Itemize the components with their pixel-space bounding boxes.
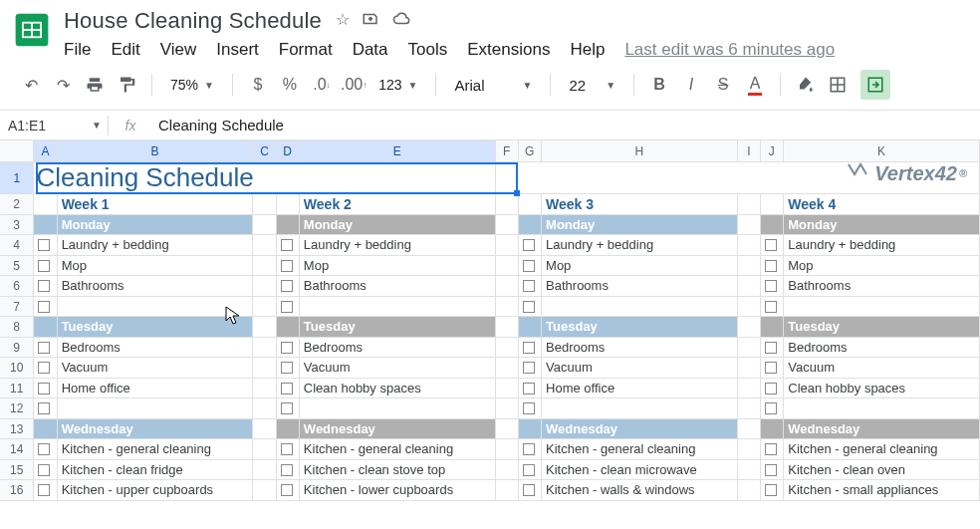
- cell[interactable]: [253, 379, 276, 399]
- row-header[interactable]: 9: [0, 338, 34, 359]
- row-header[interactable]: 14: [0, 439, 34, 460]
- cell[interactable]: [761, 358, 784, 379]
- cell[interactable]: [34, 317, 57, 338]
- checkbox[interactable]: [765, 362, 777, 374]
- italic-button[interactable]: I: [678, 72, 704, 98]
- cell[interactable]: [761, 317, 784, 338]
- cell[interactable]: [496, 460, 519, 481]
- cell[interactable]: [761, 379, 784, 399]
- checkbox[interactable]: [38, 464, 50, 476]
- checkbox[interactable]: [38, 301, 50, 313]
- row-header[interactable]: 16: [0, 480, 34, 501]
- cell[interactable]: [34, 358, 57, 379]
- cell[interactable]: [496, 419, 519, 440]
- checkbox[interactable]: [523, 362, 535, 374]
- checkbox[interactable]: [765, 342, 777, 354]
- task-cell[interactable]: Bedrooms: [784, 338, 980, 359]
- undo-button[interactable]: ↶: [18, 72, 44, 98]
- col-header[interactable]: C: [254, 140, 277, 161]
- last-edit-link[interactable]: Last edit was 6 minutes ago: [624, 40, 835, 60]
- cell[interactable]: [253, 235, 276, 256]
- cell[interactable]: [738, 379, 761, 399]
- cell[interactable]: [277, 358, 300, 379]
- menu-file[interactable]: File: [64, 40, 91, 60]
- cell[interactable]: [761, 338, 784, 359]
- cell[interactable]: [738, 194, 761, 215]
- col-header[interactable]: E: [300, 140, 496, 161]
- cell[interactable]: [738, 398, 761, 419]
- menu-help[interactable]: Help: [570, 40, 605, 60]
- checkbox[interactable]: [281, 280, 293, 292]
- col-header[interactable]: D: [277, 140, 300, 161]
- row-header[interactable]: 12: [0, 398, 34, 419]
- checkbox[interactable]: [523, 383, 535, 395]
- checkbox[interactable]: [523, 484, 535, 496]
- cell[interactable]: [738, 460, 761, 481]
- increase-decimals-button[interactable]: .00↑: [341, 72, 367, 98]
- strike-button[interactable]: S: [710, 72, 736, 98]
- cell[interactable]: [277, 317, 300, 338]
- task-cell[interactable]: Laundry + bedding: [542, 235, 738, 256]
- doc-title[interactable]: House Cleaning Schedule: [64, 8, 322, 34]
- task-cell[interactable]: Home office: [58, 379, 254, 399]
- checkbox[interactable]: [765, 260, 777, 272]
- borders-button[interactable]: [825, 72, 851, 98]
- cell[interactable]: [761, 297, 784, 318]
- cell[interactable]: [277, 379, 300, 399]
- cell[interactable]: [761, 215, 784, 236]
- checkbox[interactable]: [38, 383, 50, 395]
- row-header[interactable]: 11: [0, 379, 34, 399]
- cell[interactable]: [277, 215, 300, 236]
- cell[interactable]: [277, 194, 300, 215]
- week-label[interactable]: Week 2: [300, 194, 496, 215]
- week-label[interactable]: Week 3: [542, 194, 738, 215]
- cell[interactable]: [34, 398, 57, 419]
- cell[interactable]: [519, 439, 542, 460]
- task-cell[interactable]: [542, 398, 738, 419]
- cell[interactable]: [738, 276, 761, 297]
- cell[interactable]: [738, 480, 761, 501]
- col-header[interactable]: A: [34, 140, 57, 161]
- cell[interactable]: [277, 276, 300, 297]
- cell[interactable]: [34, 276, 57, 297]
- cell[interactable]: [519, 194, 542, 215]
- col-header[interactable]: B: [57, 140, 253, 161]
- checkbox[interactable]: [38, 239, 50, 251]
- cell[interactable]: [519, 297, 542, 318]
- cell[interactable]: [496, 358, 519, 379]
- cell[interactable]: [519, 276, 542, 297]
- cell[interactable]: [738, 439, 761, 460]
- print-button[interactable]: [82, 72, 108, 98]
- col-header[interactable]: H: [542, 140, 738, 161]
- menu-format[interactable]: Format: [279, 40, 333, 60]
- menu-insert[interactable]: Insert: [216, 40, 259, 60]
- cell[interactable]: [519, 235, 542, 256]
- cell[interactable]: [277, 460, 300, 481]
- cell[interactable]: [738, 317, 761, 338]
- task-cell[interactable]: Kitchen - clean stove top: [300, 460, 496, 481]
- cell[interactable]: [496, 235, 519, 256]
- currency-button[interactable]: $: [245, 72, 271, 98]
- row-header[interactable]: 2: [0, 194, 34, 215]
- task-cell[interactable]: Laundry + bedding: [784, 235, 980, 256]
- cell[interactable]: [519, 338, 542, 359]
- checkbox[interactable]: [765, 383, 777, 395]
- cell[interactable]: [761, 256, 784, 277]
- day-header[interactable]: Tuesday: [542, 317, 738, 338]
- task-cell[interactable]: Kitchen - general cleaning: [300, 439, 496, 460]
- task-cell[interactable]: Laundry + bedding: [58, 235, 254, 256]
- cell[interactable]: [761, 398, 784, 419]
- task-cell[interactable]: [58, 297, 254, 318]
- day-header[interactable]: Monday: [784, 215, 980, 236]
- cell[interactable]: [496, 256, 519, 277]
- row-header[interactable]: 3: [0, 215, 34, 236]
- sheets-logo[interactable]: [10, 8, 54, 52]
- row-header[interactable]: 15: [0, 460, 34, 481]
- cell[interactable]: [761, 460, 784, 481]
- cell[interactable]: [253, 215, 276, 236]
- checkbox[interactable]: [38, 484, 50, 496]
- day-header[interactable]: Monday: [58, 215, 254, 236]
- task-cell[interactable]: [58, 398, 254, 419]
- cell[interactable]: [738, 256, 761, 277]
- menu-edit[interactable]: Edit: [111, 40, 139, 60]
